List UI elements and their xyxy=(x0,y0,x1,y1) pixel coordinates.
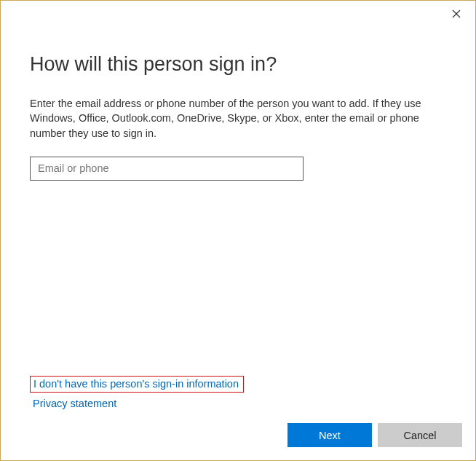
no-sign-in-info-link[interactable]: I don't have this person's sign-in infor… xyxy=(30,376,244,393)
dialog-content: How will this person sign in? Enter the … xyxy=(1,1,475,423)
close-icon xyxy=(452,9,461,18)
email-or-phone-input[interactable] xyxy=(30,157,304,181)
description-text: Enter the email address or phone number … xyxy=(30,96,437,141)
page-title: How will this person sign in? xyxy=(30,53,446,76)
cancel-button[interactable]: Cancel xyxy=(378,423,462,447)
next-button[interactable]: Next xyxy=(287,423,372,447)
privacy-statement-link[interactable]: Privacy statement xyxy=(30,398,116,409)
links-section: I don't have this person's sign-in infor… xyxy=(30,376,446,410)
button-row: Next Cancel xyxy=(1,423,475,460)
spacer xyxy=(30,181,446,376)
close-button[interactable] xyxy=(443,4,469,24)
